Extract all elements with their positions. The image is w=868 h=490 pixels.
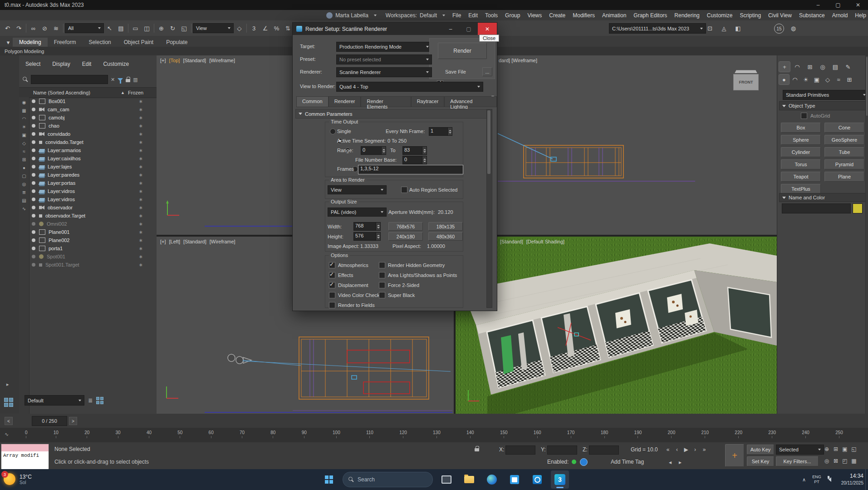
- scene-object-row[interactable]: convidado: [29, 130, 157, 138]
- single-radio[interactable]: [330, 129, 336, 134]
- option-checkbox[interactable]: [329, 272, 335, 278]
- add-time-tag[interactable]: Add Time Tag: [611, 459, 644, 465]
- shapes-category-icon[interactable]: ◠: [790, 74, 800, 84]
- scene-explorer-menu-item[interactable]: Display: [52, 61, 70, 67]
- separator[interactable]: [128, 24, 128, 33]
- menu-item[interactable]: Arnold: [829, 12, 852, 19]
- selection-filter-dropdown[interactable]: All: [65, 23, 104, 33]
- maxscript-mini-listener[interactable]: Array modifi: [1, 444, 49, 469]
- display-filter-icon[interactable]: ▣: [20, 132, 28, 139]
- visibility-icon[interactable]: [32, 181, 35, 185]
- taskbar-search[interactable]: Search: [343, 472, 433, 487]
- frozen-icon[interactable]: [139, 164, 143, 169]
- viewcube-top-face[interactable]: [735, 70, 757, 73]
- dialog-minimize-button[interactable]: –: [441, 23, 460, 35]
- separator[interactable]: [26, 24, 26, 33]
- clear-search-icon[interactable]: ✕: [111, 77, 115, 83]
- primitive-button[interactable]: Torus: [781, 159, 821, 169]
- toolbar-extra-icon[interactable]: ⊡: [704, 23, 716, 34]
- frozen-icon[interactable]: [139, 197, 143, 202]
- visibility-icon[interactable]: [32, 148, 35, 152]
- object-color-swatch[interactable]: [853, 203, 863, 213]
- menu-item[interactable]: File: [449, 12, 465, 19]
- render-teapot-icon[interactable]: ◍: [788, 23, 799, 34]
- viewport-shading-label[interactable]: [Wireframe]: [210, 239, 235, 244]
- filter-funnel-icon[interactable]: [118, 78, 123, 81]
- scene-object-row[interactable]: Spot001.Target: [29, 261, 157, 269]
- select-move-icon[interactable]: ⊕: [156, 23, 167, 34]
- visibility-icon[interactable]: [32, 198, 35, 201]
- scene-explorer-menu-item[interactable]: Edit: [82, 61, 92, 67]
- maximize-toggle-icon[interactable]: ▦: [849, 456, 858, 465]
- frames-input[interactable]: 1,3,5-12: [358, 165, 463, 174]
- preset-dropdown[interactable]: No preset selected: [336, 54, 432, 64]
- menu-item[interactable]: Modifiers: [569, 12, 598, 19]
- utilities-tab-icon[interactable]: ✎: [843, 62, 853, 72]
- frozen-icon[interactable]: [139, 205, 143, 210]
- option-row[interactable]: Render Hidden Geometry: [379, 262, 457, 268]
- visibility-icon[interactable]: [32, 206, 35, 209]
- separator[interactable]: [246, 24, 247, 33]
- notification-badge[interactable]: 15: [774, 24, 784, 34]
- weather-widget[interactable]: 3 13°C Sol: [4, 473, 32, 485]
- option-row[interactable]: Effects: [329, 272, 380, 278]
- unlink-selection-icon[interactable]: ⊘: [39, 23, 50, 34]
- display-filter-icon[interactable]: ◇: [20, 140, 28, 147]
- viewport-shading-label[interactable]: [Wireframe]: [209, 58, 235, 63]
- category-dropdown[interactable]: Standard Primitives: [783, 90, 868, 100]
- frozen-icon[interactable]: [139, 173, 143, 177]
- visibility-icon[interactable]: [32, 124, 35, 128]
- window-minimize-button[interactable]: –: [808, 0, 828, 10]
- frozen-icon[interactable]: [139, 107, 143, 112]
- display-filter-icon[interactable]: ●: [20, 164, 28, 171]
- frozen-icon[interactable]: [139, 246, 143, 251]
- menu-item[interactable]: Animation: [598, 12, 630, 19]
- display-filter-icon[interactable]: ◠: [20, 115, 28, 122]
- show-desktop-sliver[interactable]: [865, 469, 868, 490]
- visibility-icon[interactable]: [32, 247, 35, 250]
- dialog-tab[interactable]: Advanced Lighting: [444, 96, 497, 107]
- crossing-selection-icon[interactable]: ◫: [141, 23, 152, 34]
- dialog-tab[interactable]: Renderer: [329, 96, 361, 107]
- primitive-button[interactable]: Plane: [824, 172, 864, 182]
- name-column-header[interactable]: Name (Sorted Ascending): [19, 90, 90, 95]
- ribbon-tab[interactable]: Selection: [82, 38, 117, 47]
- next-frame-icon[interactable]: ›: [691, 445, 700, 454]
- scene-object-row[interactable]: observador: [29, 203, 157, 212]
- primitive-button[interactable]: Cone: [824, 123, 864, 133]
- frozen-icon[interactable]: [139, 238, 143, 243]
- prev-frame-button[interactable]: <: [5, 417, 13, 425]
- scene-object-row[interactable]: Omni002: [29, 220, 157, 228]
- display-filter-icon[interactable]: ◎: [20, 181, 28, 188]
- option-checkbox[interactable]: [329, 282, 335, 288]
- maximize-viewport-icon[interactable]: ◱: [849, 445, 858, 454]
- display-filter-icon[interactable]: ▢: [20, 173, 28, 179]
- ribbon-config-icon[interactable]: ▾: [4, 38, 13, 47]
- viewport-standard-label[interactable]: [Standard]: [183, 58, 206, 63]
- time-tag-clock-icon[interactable]: [580, 458, 588, 466]
- frozen-icon[interactable]: [139, 213, 143, 218]
- frozen-icon[interactable]: [139, 140, 143, 144]
- select-scale-icon[interactable]: ◱: [178, 23, 190, 34]
- toolbar-extra-icon[interactable]: ◬: [718, 23, 730, 34]
- display-filter-icon[interactable]: ▦: [20, 107, 28, 114]
- menu-item[interactable]: Tools: [481, 12, 501, 19]
- reference-coordsys-dropdown[interactable]: View: [193, 23, 234, 33]
- display-filter-icon[interactable]: ≈: [20, 148, 28, 155]
- file-number-spinner[interactable]: 0: [402, 156, 427, 164]
- viewport-standard-label[interactable]: [Standard]: [500, 239, 523, 244]
- viewport-pov-label[interactable]: [Top]: [169, 58, 180, 63]
- scene-object-row[interactable]: Spot001: [29, 252, 157, 261]
- visibility-icon[interactable]: [32, 116, 35, 119]
- macro-recorder-line[interactable]: [1, 444, 49, 451]
- primitive-button[interactable]: Box: [781, 123, 821, 133]
- ribbon-tab[interactable]: Modeling: [13, 38, 48, 47]
- viewport-camera[interactable]: [Standard] [Default Shading]: [456, 237, 777, 414]
- front-viewport-canvas[interactable]: [456, 55, 777, 235]
- primitive-button[interactable]: Cylinder: [781, 147, 821, 157]
- viewport-pov-label[interactable]: [Left]: [169, 239, 180, 244]
- visibility-icon[interactable]: [32, 222, 35, 226]
- autogrid-checkbox[interactable]: [801, 113, 807, 119]
- dialog-maximize-button[interactable]: ▢: [460, 23, 478, 35]
- scene-object-row[interactable]: Layer:caixilhos: [29, 154, 157, 163]
